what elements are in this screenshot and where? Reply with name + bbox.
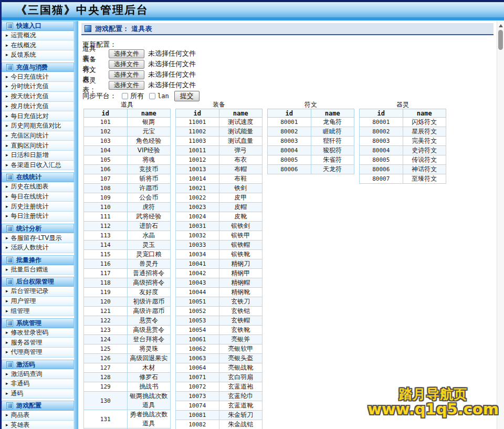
table-row: 124登台拜将令 [84, 335, 171, 344]
cell-name: 亮银头盔 [219, 354, 262, 363]
sidebar-item[interactable]: ▸按天统计充值 [2, 92, 74, 102]
cell-name: 星辰符文 [403, 127, 446, 137]
sidebar-section-header[interactable]: 后台权限管理 [2, 277, 74, 287]
sidebar-item[interactable]: ▸按月统计充值 [2, 102, 74, 112]
table-row: 108许愿币 [84, 184, 171, 193]
sidebar-item[interactable]: ▸用户管理 [2, 297, 74, 307]
window-icon [7, 174, 13, 180]
table-row: 10064亮银战靴 [176, 363, 262, 373]
config-table-器灵: 器灵idname80001闪烁符文80002星辰符文80003完美符文80004… [359, 101, 446, 184]
submit-button[interactable]: 提交 [174, 91, 200, 101]
scrollbar-thumb[interactable] [498, 30, 503, 50]
sidebar-item[interactable]: ▸组管理 [2, 306, 74, 316]
scrollbar-up-arrow-icon[interactable] [499, 24, 503, 27]
sidebar-section-header[interactable]: 系统管理 [2, 318, 74, 328]
sidebar-item[interactable]: ▸每日注册统计 [2, 212, 74, 222]
sidebar-section-header[interactable]: 激活码 [2, 360, 74, 370]
choose-file-button[interactable]: 选择文件 [109, 60, 144, 69]
cell-id: 10061 [176, 335, 219, 344]
sidebar-item-label: 历史注册统计 [11, 202, 49, 211]
sidebar-section-header[interactable]: 统计分析 [2, 224, 74, 234]
sidebar-item[interactable]: ▸在线概况 [2, 40, 74, 50]
column-header: name [127, 109, 171, 118]
sidebar-item[interactable]: ▸运营概况 [2, 31, 74, 41]
cell-name: 精钢刀 [219, 259, 262, 269]
sidebar-item[interactable]: ▸今日充值统计 [2, 72, 74, 82]
window-icon [7, 362, 13, 368]
sidebar-section-header[interactable]: 充值与消费 [2, 62, 74, 72]
sidebar-item[interactable]: ▸服务器管理 [2, 338, 74, 348]
choose-file-button[interactable]: 选择文件 [109, 70, 144, 79]
header-accent-band [0, 17, 504, 20]
sidebar-section-header[interactable]: 批量操作 [2, 255, 74, 265]
table-row: 10011弹弓 [176, 146, 262, 155]
cell-name: 角色经验 [127, 137, 171, 146]
sidebar-item[interactable]: ▸通码 [2, 389, 74, 399]
table-row: 10052玄铁铠 [176, 307, 262, 316]
sidebar-item[interactable]: ▸英雄表 [2, 421, 74, 429]
cell-name: 银两 [127, 118, 171, 127]
sidebar-item[interactable]: ▸批量后台赠送 [2, 265, 74, 275]
config-section-icon [85, 25, 91, 32]
sidebar-item[interactable]: ▸活跃人数统计 [2, 243, 74, 253]
choose-file-button[interactable]: 选择文件 [109, 81, 144, 90]
sidebar-item-label: 运营概况 [11, 31, 36, 40]
sidebar-item[interactable]: ▸每日在线统计 [2, 192, 74, 202]
sidebar-item[interactable]: ▸直购区间统计 [2, 141, 74, 151]
sync-options: 所有lan [117, 91, 169, 101]
triangle-bullet-icon: ▸ [6, 214, 8, 218]
sidebar-item[interactable]: ▸充值区间统计 [2, 131, 74, 141]
sync-checkbox[interactable] [122, 93, 128, 99]
cell-id: 10051 [176, 297, 219, 307]
sidebar-item[interactable]: ▸各服留存-LTV显示 [2, 233, 74, 243]
sidebar-section-header[interactable]: 在线统计 [2, 172, 74, 182]
cell-id: 80004 [360, 146, 403, 155]
cell-id: 80006 [268, 165, 311, 174]
sync-checkbox[interactable] [149, 93, 155, 99]
triangle-bullet-icon: ▸ [6, 340, 8, 345]
sidebar-section-header[interactable]: 快速入口 [2, 21, 74, 31]
sidebar-item-label: 今日充值统计 [11, 72, 49, 81]
sidebar-item-label: 按天统计充值 [11, 92, 49, 101]
sidebar-item[interactable]: ▸商品表 [2, 411, 74, 421]
sidebar-item[interactable]: ▸反馈系统 [2, 50, 74, 60]
sidebar-item-label: 在线概况 [11, 41, 36, 50]
sidebar-item[interactable]: ▸代理商管理 [2, 348, 74, 358]
sidebar-item-label: 非通码 [11, 379, 30, 388]
sidebar-item[interactable]: ▸历史注册统计 [2, 202, 74, 212]
cell-name: VIP经验 [127, 146, 171, 155]
cell-id: 80005 [360, 155, 403, 165]
cell-name: 精钢帽 [219, 278, 262, 288]
sidebar-item[interactable]: ▸激活码查询 [2, 369, 74, 379]
sidebar-item[interactable]: ▸修改登录密码 [2, 328, 74, 338]
table-row: 130银两挑战次数道具 [84, 392, 171, 410]
table-row: 121高级许愿币 [84, 307, 171, 316]
triangle-bullet-icon: ▸ [6, 381, 8, 386]
table-row: 10054玄铁靴 [176, 326, 262, 335]
cell-name: 许愿币 [127, 184, 171, 193]
cell-id: 11002 [176, 127, 219, 137]
sidebar-item[interactable]: ▸后台管理记录 [2, 287, 74, 297]
column-header: id [360, 109, 403, 118]
cell-name: 镔铁帽 [219, 240, 262, 250]
cell-id: 125 [84, 344, 128, 354]
cell-id: 126 [84, 354, 128, 363]
table-row: 10043精钢帽 [176, 278, 262, 288]
choose-file-button[interactable]: 选择文件 [109, 49, 144, 58]
sidebar-item[interactable]: ▸每日充值比对 [2, 111, 74, 121]
table-row: 104VIP经验 [84, 146, 171, 155]
file-upload-row: 器灵表：选择文件未选择任何文件 [82, 80, 196, 90]
triangle-bullet-icon: ▸ [6, 84, 8, 89]
vertical-scrollbar[interactable] [497, 21, 504, 429]
cell-id: 10021 [176, 184, 219, 193]
sidebar-item[interactable]: ▸非通码 [2, 379, 74, 389]
sidebar-item[interactable]: ▸历史在线图表 [2, 182, 74, 192]
table-header-row: idname [360, 109, 446, 118]
sidebar-section-header[interactable]: 游戏配置 [2, 401, 74, 411]
sidebar-item[interactable]: ▸分时统计充值 [2, 82, 74, 92]
sidebar-item[interactable]: ▸历史同期充值对比 [2, 121, 74, 131]
sidebar-divider-strip [74, 21, 78, 429]
sidebar-item[interactable]: ▸各渠道日收入汇总 [2, 161, 74, 171]
sidebar-item[interactable]: ▸日活和日新增 [2, 151, 74, 161]
triangle-bullet-icon: ▸ [6, 330, 8, 335]
